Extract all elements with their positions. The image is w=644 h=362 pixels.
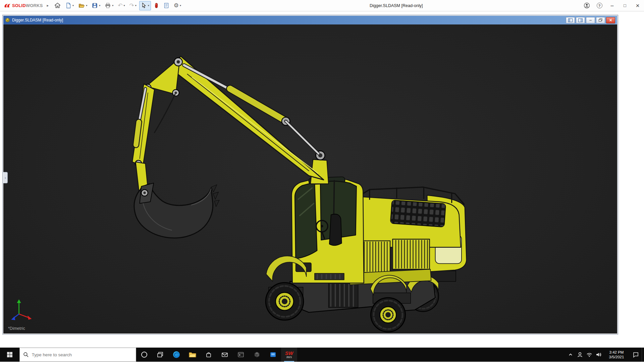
account-button[interactable] [580, 0, 593, 11]
home-button[interactable] [53, 1, 62, 10]
task-view-button[interactable] [152, 348, 168, 362]
undo-icon: ↶ [118, 3, 122, 8]
pane-toggle-left-button[interactable] [566, 17, 575, 23]
orientation-triad [11, 299, 32, 320]
solidworks-logo: SOLIDWORKS [0, 3, 45, 8]
file-properties-icon [163, 2, 169, 9]
cube-app-icon [253, 351, 261, 358]
windows-logo-icon [7, 352, 13, 358]
show-hidden-icons-button[interactable] [566, 348, 575, 362]
open-folder-icon [78, 2, 85, 9]
assembly-document-icon [5, 18, 10, 23]
select-button[interactable]: ▾ [139, 1, 151, 10]
task-view-icon [157, 351, 164, 358]
toolbar-expander-icon[interactable]: ▸ [47, 3, 49, 8]
document-minimize-button[interactable]: – [586, 17, 595, 23]
minimize-icon: – [611, 3, 614, 9]
solidworks-logo-mark [3, 3, 12, 8]
document-window-controls: – × [566, 17, 616, 23]
panel-collapse-tab[interactable]: ‹ [3, 172, 8, 183]
pane-toggle-right-button[interactable] [576, 17, 585, 23]
dropdown-caret-icon[interactable]: ▾ [99, 4, 100, 7]
viewport-3d[interactable]: ‹ *Dimetric [3, 24, 617, 334]
edge-button[interactable] [168, 348, 184, 362]
terminal-icon [237, 351, 245, 358]
undo-button[interactable]: ↶ ▾ [116, 1, 126, 10]
minimize-icon: – [589, 18, 592, 22]
save-button[interactable]: ▾ [90, 1, 102, 10]
save-icon [92, 2, 98, 9]
redo-icon: ↷ [129, 3, 134, 8]
cad-viewer-app-button[interactable] [249, 348, 265, 362]
minimize-button[interactable]: – [606, 0, 619, 11]
start-button[interactable] [0, 348, 19, 362]
document-restore-button[interactable] [596, 17, 605, 23]
mail-button[interactable] [217, 348, 233, 362]
solidworks-app: SOLIDWORKS ▸ ▾ ▾ [0, 0, 644, 362]
pane-left-icon [568, 18, 573, 22]
file-explorer-button[interactable] [184, 348, 201, 362]
help-button[interactable]: ? [593, 0, 606, 11]
file-properties-button[interactable] [162, 1, 171, 10]
search-input[interactable] [32, 352, 132, 357]
show-desktop-button[interactable] [642, 348, 644, 362]
dropdown-caret-icon[interactable]: ▾ [123, 4, 125, 7]
account-icon [584, 2, 590, 9]
gear-icon: ⚙ [174, 3, 179, 8]
taskbar-clock[interactable]: 3:42 PM 3/5/2021 [603, 348, 630, 362]
redo-button[interactable]: ↷ ▾ [127, 1, 138, 10]
volume-tray-button[interactable] [594, 348, 603, 362]
restore-icon [599, 18, 602, 22]
dropdown-caret-icon[interactable]: ▾ [135, 4, 137, 7]
titlebar-controls: ? – □ × [580, 0, 644, 11]
document-window: Digger.SLDASM [Read-only] [2, 15, 618, 335]
mail-icon [221, 351, 228, 358]
close-icon: × [609, 17, 612, 23]
document-title: Digger.SLDASM [Read-only] [12, 18, 63, 22]
blue-window-app-icon [269, 351, 277, 358]
solidworks-taskbar-button[interactable]: SW 2021 [281, 348, 297, 362]
new-document-icon [65, 2, 71, 9]
document-close-button[interactable]: × [606, 17, 615, 23]
dropdown-caret-icon[interactable]: ▾ [86, 4, 87, 7]
taskbar-search[interactable] [19, 348, 136, 362]
select-cursor-icon [141, 2, 147, 9]
close-icon: × [636, 2, 639, 9]
mdi-workspace: Digger.SLDASM [Read-only] [0, 11, 644, 348]
excavator [132, 56, 466, 332]
rebuild-button[interactable] [152, 1, 161, 10]
options-button[interactable]: ⚙ ▾ [172, 1, 183, 10]
edge-icon [172, 351, 180, 359]
dropdown-caret-icon[interactable]: ▾ [180, 4, 181, 7]
clock-time: 3:42 PM [609, 350, 624, 355]
windows-taskbar: SW 2021 [0, 348, 644, 362]
new-document-button[interactable]: ▾ [63, 1, 75, 10]
search-icon [23, 352, 29, 358]
dropdown-caret-icon[interactable]: ▾ [148, 4, 149, 7]
logo-text-solid: SOLID [12, 3, 26, 8]
excavator-model [3, 24, 617, 334]
cortana-icon [141, 351, 148, 358]
taskbar-spacer [297, 348, 566, 362]
collapse-arrow-icon: ‹ [5, 176, 6, 180]
pane-right-icon [578, 18, 583, 22]
print-button[interactable]: ▾ [103, 1, 115, 10]
open-button[interactable]: ▾ [76, 1, 89, 10]
window-title: Digger.SLDASM [Read-only] [370, 0, 423, 11]
remote-desktop-app-button[interactable] [265, 348, 281, 362]
terminal-app-button[interactable] [233, 348, 249, 362]
store-icon [205, 351, 212, 358]
cortana-button[interactable] [136, 348, 152, 362]
app-titlebar: SOLIDWORKS ▸ ▾ ▾ [0, 0, 644, 11]
dropdown-caret-icon[interactable]: ▾ [112, 4, 113, 7]
network-tray-button[interactable] [585, 348, 594, 362]
speaker-icon [595, 351, 602, 358]
close-button[interactable]: × [631, 0, 644, 11]
people-tray-button[interactable] [575, 348, 585, 362]
store-button[interactable] [201, 348, 217, 362]
document-titlebar[interactable]: Digger.SLDASM [Read-only] [3, 16, 617, 24]
file-explorer-icon [189, 351, 197, 358]
maximize-button[interactable]: □ [619, 0, 631, 11]
action-center-button[interactable] [630, 348, 642, 362]
dropdown-caret-icon[interactable]: ▾ [72, 4, 74, 7]
